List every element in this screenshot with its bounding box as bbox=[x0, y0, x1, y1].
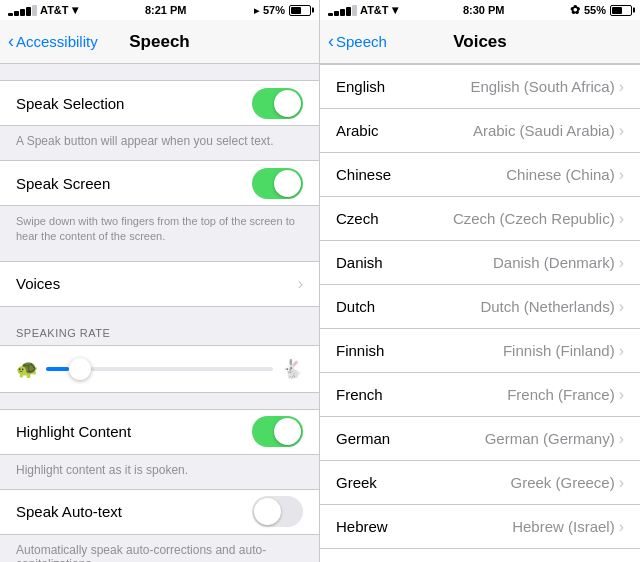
highlight-content-table: Highlight Content bbox=[0, 409, 319, 455]
voice-chevron-icon: › bbox=[619, 474, 624, 492]
voice-right: German (Germany) › bbox=[485, 430, 624, 448]
speaking-rate-slider-track bbox=[46, 367, 273, 371]
left-panel: AT&T ▾ 8:21 PM ▸ 57% ‹ Accessibility Spe… bbox=[0, 0, 320, 562]
voice-row[interactable]: Czech Czech (Czech Republic) › bbox=[320, 197, 640, 241]
voice-right: Dutch (Netherlands) › bbox=[480, 298, 624, 316]
right-nav-title: Voices bbox=[453, 32, 507, 52]
voice-right: Hebrew (Israel) › bbox=[512, 518, 624, 536]
left-back-button[interactable]: ‹ Accessibility bbox=[8, 32, 98, 52]
voice-name: Finnish bbox=[336, 342, 384, 359]
voice-detail: Hebrew (Israel) bbox=[512, 518, 615, 535]
voice-row[interactable]: French French (France) › bbox=[320, 373, 640, 417]
speaking-rate-row: 🐢 🐇 bbox=[0, 345, 319, 393]
voice-row[interactable]: Arabic Arabic (Saudi Arabia) › bbox=[320, 109, 640, 153]
voice-row[interactable]: Dutch Dutch (Netherlands) › bbox=[320, 285, 640, 329]
speak-autotext-toggle[interactable] bbox=[252, 496, 303, 527]
highlight-content-row[interactable]: Highlight Content bbox=[0, 410, 319, 454]
speak-screen-toggle[interactable] bbox=[252, 168, 303, 199]
speak-selection-thumb bbox=[274, 90, 301, 117]
battery-icon bbox=[289, 5, 311, 16]
voice-detail: Danish (Denmark) bbox=[493, 254, 615, 271]
speak-screen-thumb bbox=[274, 170, 301, 197]
speak-screen-row[interactable]: Speak Screen bbox=[0, 161, 319, 205]
voice-row[interactable]: Chinese Chinese (China) › bbox=[320, 153, 640, 197]
voice-name: Dutch bbox=[336, 298, 375, 315]
voice-right: Czech (Czech Republic) › bbox=[453, 210, 624, 228]
voice-chevron-icon: › bbox=[619, 518, 624, 536]
voice-detail: German (Germany) bbox=[485, 430, 615, 447]
speak-selection-table: Speak Selection bbox=[0, 80, 319, 126]
slider-thumb[interactable] bbox=[69, 358, 91, 380]
voices-table: Voices › bbox=[0, 261, 319, 307]
voice-detail: Greek (Greece) bbox=[510, 474, 614, 491]
voice-row[interactable]: English English (South Africa) › bbox=[320, 65, 640, 109]
right-right-icons: ✿ 55% bbox=[570, 3, 632, 17]
right-back-label: Speech bbox=[336, 33, 387, 50]
voice-chevron-icon: › bbox=[619, 298, 624, 316]
speak-autotext-note: Automatically speak auto-corrections and… bbox=[0, 535, 319, 562]
right-battery-icon bbox=[610, 5, 632, 16]
carrier-name: AT&T bbox=[40, 4, 69, 16]
speak-selection-toggle[interactable] bbox=[252, 88, 303, 119]
speak-autotext-label: Speak Auto-text bbox=[16, 503, 252, 520]
voices-list: English English (South Africa) › Arabic … bbox=[320, 64, 640, 562]
voice-row[interactable]: Greek Greek (Greece) › bbox=[320, 461, 640, 505]
left-nav-bar: ‹ Accessibility Speech bbox=[0, 20, 319, 64]
signal-icon bbox=[8, 5, 37, 16]
slider-fill bbox=[46, 367, 69, 371]
speaking-rate-header: SPEAKING RATE bbox=[0, 307, 319, 345]
right-status-bar: AT&T ▾ 8:30 PM ✿ 55% bbox=[320, 0, 640, 20]
right-battery-fill bbox=[612, 7, 622, 14]
speak-selection-left: Speak Selection bbox=[16, 85, 252, 122]
voice-detail: Chinese (China) bbox=[506, 166, 614, 183]
voice-row[interactable]: Finnish Finnish (Finland) › bbox=[320, 329, 640, 373]
speak-screen-note: Swipe down with two fingers from the top… bbox=[0, 206, 319, 257]
right-nav-bar: ‹ Speech Voices bbox=[320, 20, 640, 64]
voices-chevron-icon: › bbox=[298, 275, 303, 293]
voice-name: Danish bbox=[336, 254, 383, 271]
right-carrier: AT&T ▾ bbox=[328, 3, 398, 17]
location-icon: ▸ bbox=[254, 5, 259, 16]
voice-row[interactable]: Danish Danish (Denmark) › bbox=[320, 241, 640, 285]
back-chevron-icon: ‹ bbox=[8, 31, 14, 52]
voice-chevron-icon: › bbox=[619, 78, 624, 96]
right-back-chevron-icon: ‹ bbox=[328, 31, 334, 52]
highlight-content-left: Highlight Content bbox=[16, 413, 252, 450]
voice-right: Greek (Greece) › bbox=[510, 474, 624, 492]
voice-right: Danish (Denmark) › bbox=[493, 254, 624, 272]
voice-name: German bbox=[336, 430, 390, 447]
speak-autotext-left: Speak Auto-text bbox=[16, 493, 252, 530]
left-carrier: AT&T ▾ bbox=[8, 3, 78, 17]
battery-percent: 57% bbox=[263, 4, 285, 16]
highlight-content-thumb bbox=[274, 418, 301, 445]
voice-detail: Arabic (Saudi Arabia) bbox=[473, 122, 615, 139]
battery-fill bbox=[291, 7, 301, 14]
right-back-button[interactable]: ‹ Speech bbox=[328, 32, 387, 52]
highlight-content-toggle[interactable] bbox=[252, 416, 303, 447]
voice-detail: Czech (Czech Republic) bbox=[453, 210, 615, 227]
speak-screen-table: Speak Screen bbox=[0, 160, 319, 206]
voice-right: French (France) › bbox=[507, 386, 624, 404]
left-time: 8:21 PM bbox=[145, 4, 187, 16]
voice-name: English bbox=[336, 78, 385, 95]
left-settings-content: Speak Selection A Speak button will appe… bbox=[0, 64, 319, 562]
voice-row[interactable]: German German (Germany) › bbox=[320, 417, 640, 461]
highlight-content-label: Highlight Content bbox=[16, 423, 252, 440]
voice-chevron-icon: › bbox=[619, 210, 624, 228]
right-signal-icon bbox=[328, 5, 357, 16]
voice-row[interactable]: Hindi Hindi (India) › bbox=[320, 549, 640, 562]
voice-name: French bbox=[336, 386, 383, 403]
fast-rabbit-icon: 🐇 bbox=[281, 358, 303, 380]
speak-selection-row[interactable]: Speak Selection bbox=[0, 81, 319, 125]
slow-turtle-icon: 🐢 bbox=[16, 358, 38, 380]
speak-autotext-thumb bbox=[254, 498, 281, 525]
speak-autotext-row[interactable]: Speak Auto-text bbox=[0, 490, 319, 534]
voice-name: Greek bbox=[336, 474, 377, 491]
voice-detail: French (France) bbox=[507, 386, 615, 403]
voice-row[interactable]: Hebrew Hebrew (Israel) › bbox=[320, 505, 640, 549]
voices-label: Voices bbox=[16, 275, 60, 292]
voices-row[interactable]: Voices › bbox=[0, 262, 319, 306]
voice-right: Arabic (Saudi Arabia) › bbox=[473, 122, 624, 140]
voice-chevron-icon: › bbox=[619, 386, 624, 404]
voice-name: Arabic bbox=[336, 122, 379, 139]
